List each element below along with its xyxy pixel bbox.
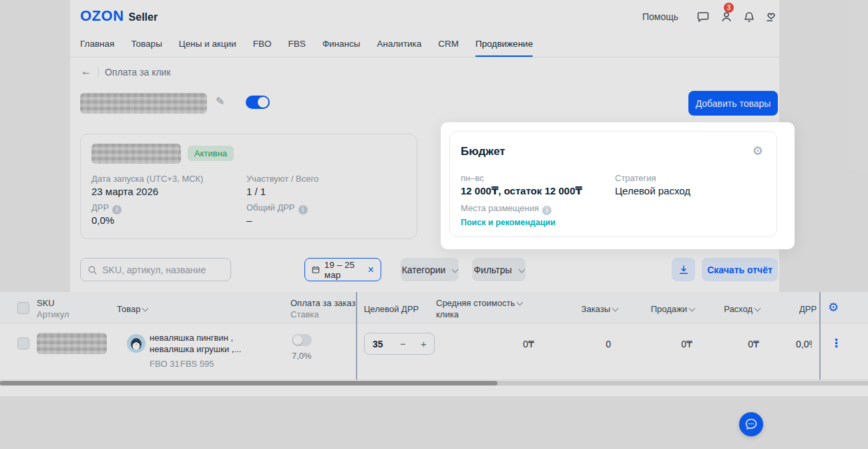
download-icon <box>678 264 690 276</box>
budget-card-title: Бюджет <box>461 145 505 158</box>
product-name-line2[interactable]: неваляшка игрушки ,... <box>150 344 241 354</box>
fbs-stock: FBS 595 <box>180 359 214 369</box>
horizontal-scrollbar-track <box>0 381 868 386</box>
info-icon[interactable]: i <box>112 205 122 214</box>
nav-item-analitika[interactable]: Аналитика <box>377 38 422 50</box>
toggle-knob <box>258 97 268 108</box>
bid-value: 7,0% <box>292 351 312 361</box>
categories-dropdown[interactable]: Категории <box>401 258 459 281</box>
avg-click-cost-value: 0₸ <box>461 339 534 349</box>
pay-per-order-toggle[interactable] <box>292 334 312 346</box>
column-header-avg-click-cost[interactable]: Средняя стоимость <box>436 298 522 308</box>
budget-amount: 12 000₸, остаток 12 000₸ <box>461 185 582 197</box>
sales-header-text: Продажи <box>651 304 687 314</box>
spend-value: 0₸ <box>699 339 759 349</box>
back-arrow-icon[interactable]: ← <box>81 65 91 78</box>
app-root: OZON Seller Помощь 3 Главная Товары Цены… <box>0 0 868 449</box>
drr-cell-value: 0,0% <box>796 339 812 349</box>
nav-item-crm[interactable]: CRM <box>438 38 459 50</box>
participants-value: 1 / 1 <box>246 186 266 197</box>
fbo-stock: FBO 31 <box>150 359 180 369</box>
search-input[interactable] <box>102 265 224 275</box>
orders-value: 0 <box>551 339 611 349</box>
column-header-pay-per-order[interactable]: Оплата за заказ <box>290 298 355 308</box>
drr-label-text: ДРР <box>91 202 109 212</box>
sku-redacted <box>37 333 107 354</box>
select-all-checkbox[interactable] <box>17 302 29 314</box>
column-header-spend[interactable]: Расход <box>701 304 760 314</box>
column-header-drr[interactable]: ДРР <box>799 304 817 314</box>
nav-item-tovary[interactable]: Товары <box>131 38 162 50</box>
increment-icon[interactable]: + <box>413 333 434 354</box>
filters-label: Фильтры <box>473 265 511 275</box>
seller-logo-text: Seller <box>129 11 158 23</box>
sort-chevron-icon <box>689 305 696 312</box>
campaign-name-redacted <box>91 144 181 164</box>
placements-link[interactable]: Поиск и рекомендации <box>461 218 556 227</box>
nav-item-finansy[interactable]: Финансы <box>322 38 361 50</box>
breadcrumb-divider <box>98 67 99 77</box>
participants-label: Участвуют / Всего <box>246 174 318 184</box>
calendar-icon <box>312 265 320 275</box>
chat-fab-button[interactable] <box>739 412 763 436</box>
date-range-label: 19 – 25 мар <box>324 260 363 280</box>
column-header-orders[interactable]: Заказы <box>558 304 618 314</box>
horizontal-scrollbar-thumb[interactable] <box>0 381 497 386</box>
support-icon[interactable] <box>765 11 777 23</box>
product-name-line1[interactable]: неваляшка пингвин , <box>150 333 233 343</box>
penguin-toy-image <box>127 334 146 353</box>
ozon-logo-text: OZON <box>80 7 124 25</box>
column-header-sales[interactable]: Продажи <box>634 304 694 314</box>
table-settings-gear-icon[interactable]: ⚙ <box>828 301 839 313</box>
campaign-title-redacted <box>80 93 207 114</box>
strategy-value: Целевой расход <box>615 185 690 196</box>
sort-chevron-icon <box>754 305 761 312</box>
nav-item-fbo[interactable]: FBO <box>253 38 272 50</box>
budget-spotlight: Бюджет ⚙ пн–вс 12 000₸, остаток 12 000₸ … <box>441 122 795 249</box>
download-icon-button[interactable] <box>672 258 695 281</box>
download-report-button[interactable]: Скачать отчёт <box>702 258 778 281</box>
search-box <box>80 258 231 281</box>
sort-chevron-icon <box>142 305 149 312</box>
orders-header-text: Заказы <box>582 304 610 314</box>
column-header-sku[interactable]: SKU <box>37 298 55 308</box>
column-header-avg-click-cost-line2: клика <box>436 309 459 319</box>
info-icon[interactable]: i <box>298 205 308 214</box>
column-divider <box>819 292 821 380</box>
chevron-down-icon <box>518 267 525 273</box>
strategy-label: Стратегия <box>615 173 656 183</box>
decrement-icon[interactable]: − <box>393 333 413 354</box>
spend-header-text: Расход <box>724 304 752 314</box>
categories-label: Категории <box>402 265 446 275</box>
date-range-chip[interactable]: 19 – 25 мар × <box>304 258 381 281</box>
edit-campaign-icon[interactable]: ✎ <box>216 95 224 108</box>
chat-icon[interactable] <box>697 11 709 23</box>
clear-date-icon[interactable]: × <box>368 265 374 275</box>
row-menu-kebab-icon[interactable]: ⋮ <box>831 336 842 350</box>
budget-schedule-label: пн–вс <box>461 173 484 183</box>
nav-item-tseny-i-aktsii[interactable]: Цены и акции <box>179 38 236 50</box>
help-link[interactable]: Помощь <box>642 11 678 22</box>
ozon-seller-logo[interactable]: OZON Seller <box>80 7 158 25</box>
sort-chevron-icon <box>612 305 619 312</box>
campaign-status-badge: Активна <box>188 146 234 161</box>
product-header-text: Товар <box>117 304 140 314</box>
column-header-target-drr[interactable]: Целевой ДРР <box>364 304 419 314</box>
campaign-active-toggle[interactable] <box>246 96 270 109</box>
info-icon[interactable]: i <box>542 206 552 215</box>
bell-icon[interactable] <box>743 11 755 23</box>
launch-date-value: 23 марта 2026 <box>91 186 158 197</box>
nav-item-prodvizhenie[interactable]: Продвижение <box>475 38 533 50</box>
profile-icon[interactable] <box>720 11 732 23</box>
notifications-badge: 3 <box>724 3 734 13</box>
budget-settings-gear-icon[interactable]: ⚙ <box>752 145 763 157</box>
target-drr-input[interactable] <box>365 339 393 349</box>
row-checkbox[interactable] <box>17 337 29 349</box>
row-divider <box>0 380 868 380</box>
column-header-product[interactable]: Товар <box>117 304 148 314</box>
add-products-button[interactable]: Добавить товары <box>688 91 778 116</box>
total-drr-label: Общий ДРРi <box>246 202 308 214</box>
nav-item-glavnaya[interactable]: Главная <box>80 38 114 50</box>
filters-dropdown[interactable]: Фильтры <box>472 258 525 281</box>
nav-item-fbs[interactable]: FBS <box>288 38 306 50</box>
